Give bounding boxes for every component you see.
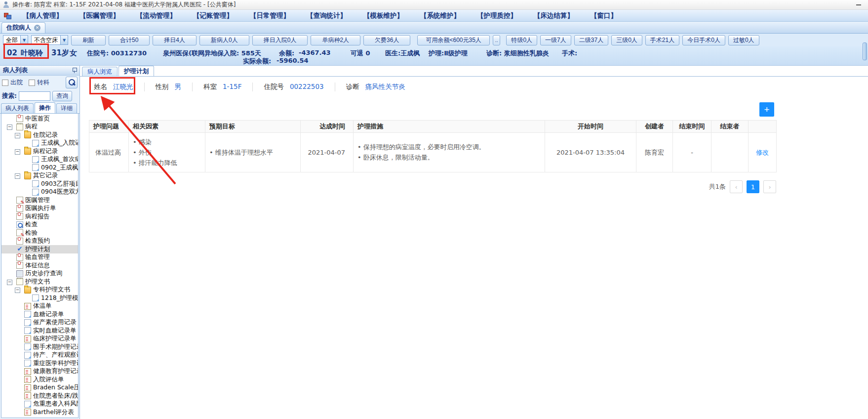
tree-item[interactable]: 病程报告	[1, 212, 78, 221]
tree-item[interactable]: 病程记录	[1, 147, 78, 156]
tree-item-label: 中医首页	[25, 115, 50, 123]
add-plan-button[interactable]: +	[759, 102, 774, 117]
tree-item[interactable]: 医嘱管理	[1, 196, 78, 205]
tree-item[interactable]: 检查预约	[1, 237, 78, 246]
level-button[interactable]: 特级0人	[506, 35, 537, 45]
menu-item[interactable]: 【护理质控】	[477, 11, 517, 20]
tree-item[interactable]: 住院记录	[1, 131, 78, 139]
tree-item[interactable]: 体征信息	[1, 261, 78, 270]
minimize-icon[interactable]	[856, 4, 861, 5]
tree-item[interactable]: 重症医学科护理记录	[1, 359, 78, 368]
tree-item[interactable]: 0904医患双方不收	[1, 188, 78, 197]
query-button[interactable]: 查询	[52, 91, 72, 101]
tree-item[interactable]: 0902_王成枫_上级	[1, 164, 78, 172]
expander-icon[interactable]	[13, 148, 22, 155]
sidebar-tab[interactable]: 操作	[35, 102, 55, 113]
next-page-button[interactable]: ›	[763, 180, 776, 193]
expander-icon[interactable]	[13, 286, 22, 293]
prev-page-button[interactable]: ‹	[730, 180, 743, 193]
tree-item[interactable]: 专科护理文书	[1, 286, 78, 294]
toolbar-button[interactable]: 刷新	[71, 35, 106, 45]
balance-more-button[interactable]: ..	[493, 35, 501, 45]
level-button[interactable]: 手术21人	[645, 35, 679, 45]
tree-item[interactable]: 血糖记录单	[1, 310, 78, 319]
level-button[interactable]: 三级0人	[611, 35, 642, 45]
toolbar-button[interactable]: 欠费36人	[363, 35, 410, 45]
expander-icon[interactable]	[5, 278, 14, 286]
tree-item[interactable]: 危重患者入科风险评估	[1, 400, 78, 409]
ward-filter-select[interactable]: 全部 ▼	[3, 35, 28, 45]
menu-item[interactable]: 【医嘱管理】	[79, 11, 119, 20]
main-tab[interactable]: 护理计划	[118, 66, 154, 76]
tree-item-icon	[32, 164, 39, 171]
menu-item[interactable]: 【查询统计】	[307, 11, 347, 20]
toolbar-button[interactable]: 单病种2人	[311, 35, 360, 45]
toolbar-button[interactable]: 择日入院0人	[252, 35, 308, 45]
bed-filter-select[interactable]: 不含空床 ▼	[31, 35, 68, 45]
tree-item[interactable]: 入院评估单	[1, 376, 78, 384]
menu-item[interactable]: 【流动管理】	[136, 11, 176, 20]
magnifier-button[interactable]	[66, 77, 78, 88]
admission-number: 住院号: 00312730	[87, 49, 147, 58]
expander-icon[interactable]	[13, 131, 22, 139]
level-button[interactable]: 今日手术0人	[682, 35, 725, 45]
tree-item[interactable]: 围手术期护理记录单	[1, 343, 78, 351]
tree-item[interactable]: 临床护理记录单	[1, 335, 78, 343]
tree-item[interactable]: 其它记录	[1, 172, 78, 180]
tab-inpatients[interactable]: 住院病人 ✕	[1, 22, 45, 33]
tree-item[interactable]: 王成枫_首次病程记录	[1, 156, 78, 164]
expander-icon[interactable]	[5, 123, 14, 130]
tree-item[interactable]: 输血管理	[1, 253, 78, 262]
tree-item[interactable]: 护理计划	[1, 245, 78, 253]
level-button[interactable]: 过敏0人	[728, 35, 759, 45]
close-icon[interactable]: ✕	[34, 25, 40, 31]
tree-item[interactable]: 病程	[1, 123, 78, 131]
tree-item[interactable]: 检验	[1, 229, 78, 237]
menu-item[interactable]: 【记账管理】	[193, 11, 233, 20]
sidebar-tab[interactable]: 详细	[56, 103, 77, 113]
discharged-checkbox[interactable]	[2, 80, 8, 86]
main-tab[interactable]: 病人浏览	[82, 67, 118, 76]
pin-icon[interactable]	[72, 67, 77, 74]
tree-item[interactable]: 医嘱执行单	[1, 205, 78, 213]
menu-item[interactable]: 【病人管理】	[23, 11, 63, 20]
balance-filter-button[interactable]: 可用余额<600元35人	[417, 35, 489, 45]
tree-item[interactable]: Barthel评分表	[1, 408, 78, 417]
menu-item[interactable]: 【日常管理】	[250, 11, 290, 20]
tree-item[interactable]: 1218_护理模板测试	[1, 294, 78, 302]
scrollbar-thumb[interactable]	[863, 42, 867, 60]
tree-item[interactable]: 0903乙肝项目检测	[1, 180, 78, 188]
tree-item[interactable]: 历史诊疗查询	[1, 270, 78, 278]
menu-item[interactable]: 【窗口】	[591, 11, 617, 20]
tree-item[interactable]: 王成枫_入院记录	[1, 139, 78, 148]
sidebar-tabs: 病人列表操作详细	[0, 102, 79, 114]
tree-item[interactable]: 住院患者坠床/跌倒风险	[1, 392, 78, 400]
search-input[interactable]	[19, 91, 50, 101]
tree-item[interactable]: 实时血糖记录单	[1, 327, 78, 335]
divider	[192, 83, 193, 91]
transferred-checkbox[interactable]	[29, 80, 35, 86]
toolbar-button[interactable]: 择日4人	[153, 35, 197, 45]
level-button[interactable]: 一级7人	[540, 35, 571, 45]
modify-link[interactable]: 修改	[749, 133, 777, 172]
page-1-button[interactable]: 1	[747, 180, 759, 193]
menu-item[interactable]: 【系统维护】	[420, 11, 460, 20]
toolbar-button[interactable]: 合计50	[109, 35, 150, 45]
tree-item[interactable]: 催产素使用记录	[1, 319, 78, 327]
window-squares-icon	[4, 13, 11, 19]
sidebar-tab[interactable]: 病人列表	[1, 103, 34, 113]
tree-item[interactable]: 健康教育护理记录单	[1, 368, 78, 376]
tree-item-icon	[16, 221, 23, 228]
toolbar-button[interactable]: 新病人0人	[199, 35, 249, 45]
menu-item[interactable]: 【模板维护】	[363, 11, 403, 20]
expander-icon[interactable]	[13, 172, 22, 179]
tree-item[interactable]: 护理文书	[1, 278, 78, 286]
tree-item[interactable]: 检查	[1, 221, 78, 229]
tree-item[interactable]: Braden Scale压疮危险	[1, 384, 78, 392]
tree-item[interactable]: 待产、产程观察记录	[1, 351, 78, 360]
level-button[interactable]: 二级37人	[574, 35, 608, 45]
tree-item[interactable]: 中医首页	[1, 115, 78, 123]
tree-item-label: 实时血糖记录单	[33, 327, 77, 335]
menu-item[interactable]: 【床边结算】	[534, 11, 574, 20]
tree-item[interactable]: 体温单	[1, 302, 78, 311]
